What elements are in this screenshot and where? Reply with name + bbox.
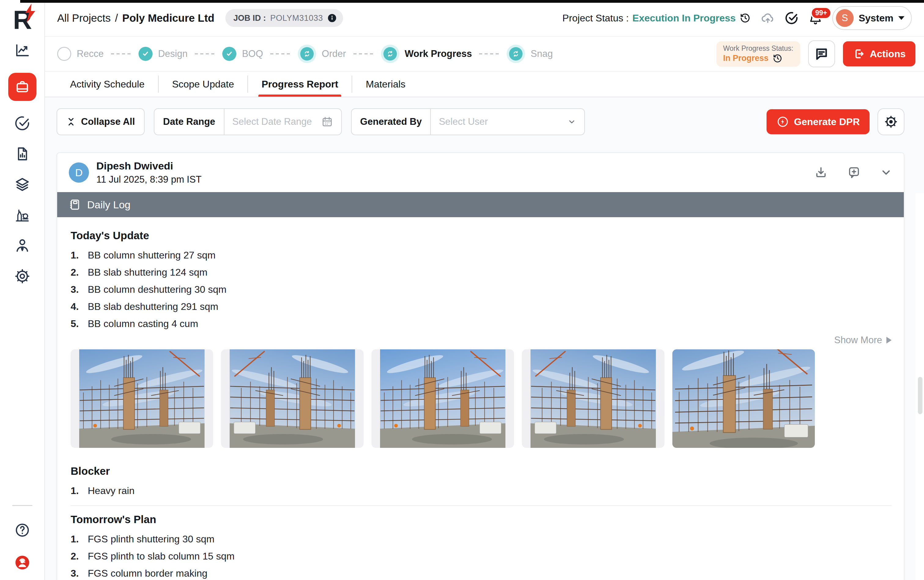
step-inprogress-icon bbox=[506, 44, 525, 63]
step-label: Work Progress bbox=[405, 48, 472, 59]
reports-doc-icon[interactable] bbox=[14, 146, 31, 162]
report-card-actions bbox=[814, 165, 892, 180]
sidebar-nav bbox=[8, 42, 36, 285]
briefcase-icon bbox=[15, 79, 30, 94]
site-icon[interactable] bbox=[14, 207, 31, 223]
site-photo-thumbnail[interactable] bbox=[522, 349, 664, 448]
step-boq[interactable]: BOQ bbox=[222, 47, 263, 61]
download-icon[interactable] bbox=[814, 165, 828, 180]
list-item: BB slab deshuttering 291 sqm bbox=[71, 300, 891, 313]
blocker-list: Heavy rain bbox=[71, 484, 891, 498]
list-item: FGS plinth shuttering 30 sqm bbox=[71, 532, 891, 546]
list-item: FGS plinth to slab column 15 sqm bbox=[71, 549, 891, 563]
sidebar-bottom bbox=[12, 505, 33, 571]
step-pending-icon bbox=[57, 47, 71, 61]
generated-by-select[interactable]: Select User bbox=[431, 109, 584, 135]
tomorrows-plan-heading: Tomorrow's Plan bbox=[71, 513, 891, 526]
show-more-button[interactable]: Show More bbox=[71, 334, 891, 346]
tasks-check-icon[interactable] bbox=[14, 115, 31, 132]
collapse-card-chevron-icon[interactable] bbox=[880, 166, 892, 179]
approvals-check-icon[interactable] bbox=[784, 11, 799, 25]
project-status-value: Execution In Progress bbox=[632, 13, 736, 24]
tab-materials[interactable]: Materials bbox=[352, 72, 419, 97]
work-progress-status-value: In Progress bbox=[723, 53, 793, 64]
step-design[interactable]: Design bbox=[138, 47, 188, 61]
step-connector bbox=[111, 53, 131, 54]
tab-bar: Activity Schedule Scope Update Progress … bbox=[45, 72, 924, 97]
step-label: Order bbox=[322, 48, 346, 59]
actions-button[interactable]: Actions bbox=[843, 41, 916, 66]
breadcrumb-project-name: Poly Medicure Ltd bbox=[122, 12, 214, 24]
tab-progress-report[interactable]: Progress Report bbox=[248, 72, 352, 97]
project-stepper-row: Recce Design BOQ bbox=[45, 37, 924, 72]
report-settings-button[interactable] bbox=[878, 108, 904, 135]
daily-log-body: Today's Update BB column shuttering 27 s… bbox=[57, 217, 904, 580]
lightning-logo-icon bbox=[24, 4, 36, 23]
comments-button[interactable] bbox=[808, 40, 835, 67]
author-name: Dipesh Dwivedi bbox=[96, 160, 202, 172]
settings-gear-icon[interactable] bbox=[14, 268, 31, 285]
step-order[interactable]: Order bbox=[298, 44, 346, 63]
window-top-edge bbox=[20, 0, 924, 3]
site-photo-thumbnail[interactable] bbox=[71, 349, 213, 448]
calendar-icon bbox=[321, 115, 333, 128]
step-done-icon bbox=[222, 47, 236, 61]
play-icon bbox=[886, 337, 891, 344]
breadcrumb-all-projects[interactable]: All Projects bbox=[57, 12, 111, 24]
list-item: BB column casting 4 cum bbox=[71, 317, 891, 330]
comment-add-icon[interactable] bbox=[847, 165, 861, 180]
step-connector bbox=[270, 53, 291, 54]
dpr-card-header: D Dipesh Dwivedi 11 Jul 2025, 8:39 pm IS… bbox=[57, 153, 904, 192]
scrollbar-thumb[interactable] bbox=[918, 377, 922, 414]
info-icon[interactable] bbox=[327, 13, 337, 23]
generate-dpr-button[interactable]: Generate DPR bbox=[766, 109, 870, 134]
report-timestamp: 11 Jul 2025, 8:39 pm IST bbox=[96, 174, 202, 185]
site-photo-thumbnail[interactable] bbox=[221, 349, 363, 448]
filter-toolbar: Collapse All Date Range Select Date Rang… bbox=[57, 108, 904, 135]
active-tab-underline bbox=[258, 94, 341, 97]
support-icon[interactable] bbox=[14, 554, 31, 571]
user-name: System bbox=[858, 13, 893, 24]
chat-icon bbox=[814, 46, 829, 61]
app-logo[interactable]: R bbox=[8, 5, 37, 34]
job-id-badge: JOB ID : POLYM31033 bbox=[225, 9, 343, 27]
step-snag[interactable]: Snag bbox=[506, 44, 552, 63]
user-menu[interactable]: S System bbox=[832, 6, 912, 30]
photo-gallery bbox=[71, 349, 891, 448]
top-header: All Projects / Poly Medicure Ltd JOB ID … bbox=[45, 0, 924, 37]
toolbar-right: Generate DPR bbox=[766, 108, 904, 135]
status-history-icon[interactable] bbox=[739, 12, 751, 24]
collapse-all-button[interactable]: Collapse All bbox=[57, 108, 145, 135]
job-id-value: POLYM31033 bbox=[270, 13, 323, 23]
step-recce[interactable]: Recce bbox=[57, 47, 104, 61]
daily-log-section-header: Daily Log bbox=[57, 192, 904, 217]
author-avatar: D bbox=[69, 162, 89, 183]
status-history-icon[interactable] bbox=[772, 53, 783, 64]
workforce-icon[interactable] bbox=[14, 237, 31, 254]
stepper-right-actions: Work Progress Status: In Progress bbox=[717, 40, 916, 67]
help-icon[interactable] bbox=[14, 522, 31, 539]
actions-label: Actions bbox=[870, 48, 906, 60]
date-range-control: Date Range Select Date Range bbox=[154, 108, 342, 135]
site-photo-thumbnail[interactable] bbox=[672, 349, 815, 448]
caret-down-icon bbox=[898, 16, 904, 20]
generated-by-control: Generated By Select User bbox=[351, 108, 585, 135]
sidebar-item-projects[interactable] bbox=[8, 73, 36, 101]
work-progress-status-label: Work Progress Status: bbox=[723, 44, 793, 53]
layers-icon[interactable] bbox=[14, 176, 31, 193]
cloud-sync-icon[interactable] bbox=[761, 11, 775, 25]
tab-scope-update[interactable]: Scope Update bbox=[159, 72, 248, 97]
analytics-icon[interactable] bbox=[14, 42, 31, 59]
tab-activity-schedule[interactable]: Activity Schedule bbox=[57, 72, 158, 97]
report-author: D Dipesh Dwivedi 11 Jul 2025, 8:39 pm IS… bbox=[69, 160, 202, 185]
date-range-input[interactable]: Select Date Range bbox=[224, 109, 341, 135]
list-item: Heavy rain bbox=[71, 484, 891, 498]
list-item: BB column shuttering 27 sqm bbox=[71, 249, 891, 262]
gear-icon bbox=[884, 115, 898, 129]
notifications[interactable]: 99+ bbox=[809, 11, 822, 25]
step-inprogress-icon bbox=[381, 44, 400, 63]
site-photo-thumbnail[interactable] bbox=[372, 349, 514, 448]
collapse-icon bbox=[66, 117, 76, 127]
step-work-progress[interactable]: Work Progress bbox=[381, 44, 472, 63]
main-area: All Projects / Poly Medicure Ltd JOB ID … bbox=[45, 0, 924, 580]
